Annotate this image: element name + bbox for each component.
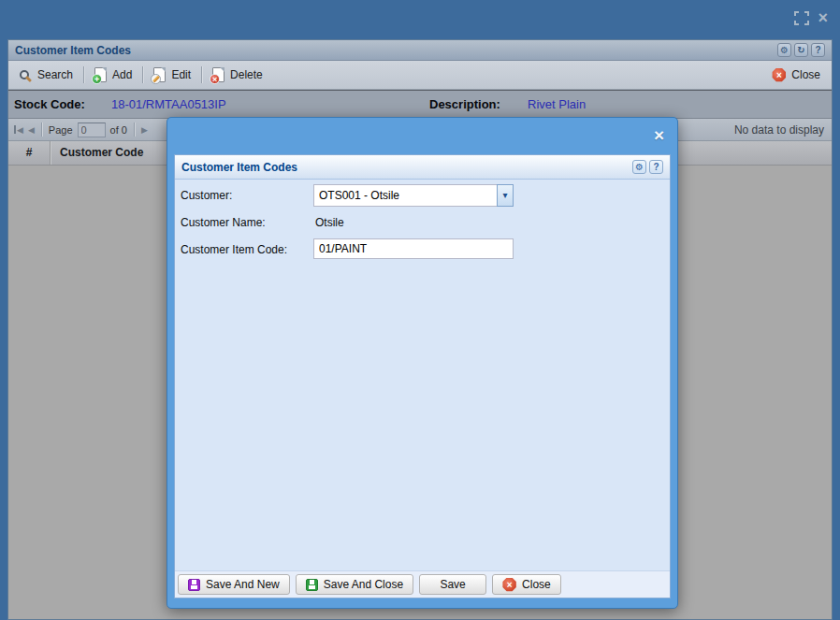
toolbar: Search + Add Edit × Delete × Close: [8, 61, 832, 90]
prev-page-arrow-icon: ◀: [28, 125, 35, 135]
next-page-button[interactable]: ▶: [141, 125, 148, 135]
toolbar-separator: [142, 66, 143, 83]
description-value: Rivet Plain: [528, 97, 586, 111]
record-info-bar: Stock Code: 18-01/RMTAA0513IP Descriptio…: [8, 90, 832, 119]
page-of-label: of 0: [110, 124, 127, 136]
description-label: Description:: [429, 97, 500, 111]
panel-header: Customer Item Codes ⚙ ↻ ?: [8, 40, 832, 61]
dialog-footer: Save And New Save And Close Save × Close: [175, 570, 670, 598]
save-and-new-label: Save And New: [206, 578, 280, 591]
edit-button-label: Edit: [171, 68, 191, 81]
refresh-icon[interactable]: ↻: [794, 43, 808, 57]
pencil-icon: [152, 76, 160, 83]
dialog-title: Customer Item Codes: [181, 161, 297, 174]
panel-close-button[interactable]: × Close: [766, 65, 826, 85]
customer-item-code-input[interactable]: [313, 238, 514, 259]
page-label: Page: [49, 124, 73, 136]
help-icon[interactable]: ?: [811, 43, 825, 57]
add-button[interactable]: + Add: [89, 65, 138, 85]
paging-status-text: No data to display: [734, 123, 824, 137]
search-button-label: Search: [37, 68, 73, 81]
panel-header-tools: ⚙ ↻ ?: [777, 43, 825, 57]
stock-code-value: 18-01/RMTAA0513IP: [111, 97, 226, 111]
save-label: Save: [440, 578, 465, 591]
add-badge-icon: +: [92, 74, 102, 84]
dialog-help-icon[interactable]: ?: [649, 160, 663, 174]
chevron-down-icon: ▾: [502, 190, 507, 200]
toolbar-separator: [83, 66, 84, 83]
window-close-icon[interactable]: ×: [818, 11, 828, 25]
paging-separator: [41, 123, 42, 137]
delete-button-label: Delete: [230, 68, 263, 81]
dialog-form: Customer: ▾ Customer Name: Otsile Custom…: [175, 180, 670, 570]
edit-button[interactable]: Edit: [148, 65, 196, 85]
customer-item-codes-dialog: × Customer Item Codes ⚙ ? Customer: ▾ Cu…: [167, 117, 678, 609]
customer-combo-input[interactable]: [313, 184, 497, 207]
dialog-settings-icon[interactable]: ⚙: [632, 160, 646, 174]
save-and-new-button[interactable]: Save And New: [178, 574, 290, 595]
toolbar-separator: [201, 66, 202, 83]
first-page-arrow-icon: ◀: [17, 125, 23, 135]
dialog-inner-panel: Customer Item Codes ⚙ ? Customer: ▾ Cust…: [174, 154, 671, 598]
paging-separator: [134, 123, 135, 137]
window-controls: ×: [794, 11, 828, 25]
prev-page-button[interactable]: ◀: [28, 125, 35, 135]
page-number-input[interactable]: [78, 123, 106, 137]
close-octagon-icon: ×: [772, 68, 786, 82]
save-new-floppy-icon: [188, 579, 200, 591]
dialog-header: Customer Item Codes ⚙ ?: [175, 155, 670, 180]
search-button[interactable]: Search: [14, 65, 79, 84]
dialog-close-button[interactable]: × Close: [492, 574, 561, 595]
customer-label: Customer:: [181, 189, 232, 202]
customer-name-value: Otsile: [315, 216, 344, 229]
edit-badge-icon: [151, 74, 161, 84]
delete-badge-icon: ×: [210, 74, 220, 84]
panel-close-button-label: Close: [791, 68, 820, 81]
first-page-bar-icon: [14, 125, 16, 134]
grid-column-number[interactable]: #: [8, 141, 51, 165]
dialog-header-tools: ⚙ ?: [632, 160, 663, 174]
customer-item-code-label: Customer Item Code:: [181, 243, 287, 256]
search-icon: [20, 70, 29, 79]
close-octagon-icon: ×: [502, 578, 516, 592]
first-page-button[interactable]: ◀: [14, 125, 23, 135]
save-and-close-button[interactable]: Save And Close: [296, 574, 413, 595]
customer-combobox: ▾: [313, 184, 514, 207]
save-button[interactable]: Save: [419, 574, 486, 595]
add-icon: +: [94, 67, 107, 82]
edit-icon: [153, 67, 166, 82]
dialog-close-label: Close: [522, 578, 551, 591]
combo-dropdown-button[interactable]: ▾: [497, 184, 514, 207]
stock-code-label: Stock Code:: [14, 97, 85, 111]
maximize-icon[interactable]: [794, 11, 809, 25]
save-close-floppy-icon: [306, 579, 318, 591]
delete-icon: ×: [212, 67, 224, 82]
add-button-label: Add: [112, 68, 132, 81]
dialog-close-icon[interactable]: ×: [654, 127, 664, 144]
save-and-close-label: Save And Close: [324, 578, 403, 591]
panel-title: Customer Item Codes: [15, 44, 131, 57]
next-page-arrow-icon: ▶: [141, 125, 148, 135]
customer-name-label: Customer Name:: [181, 216, 266, 229]
settings-icon[interactable]: ⚙: [777, 43, 791, 57]
delete-button[interactable]: × Delete: [207, 65, 268, 85]
